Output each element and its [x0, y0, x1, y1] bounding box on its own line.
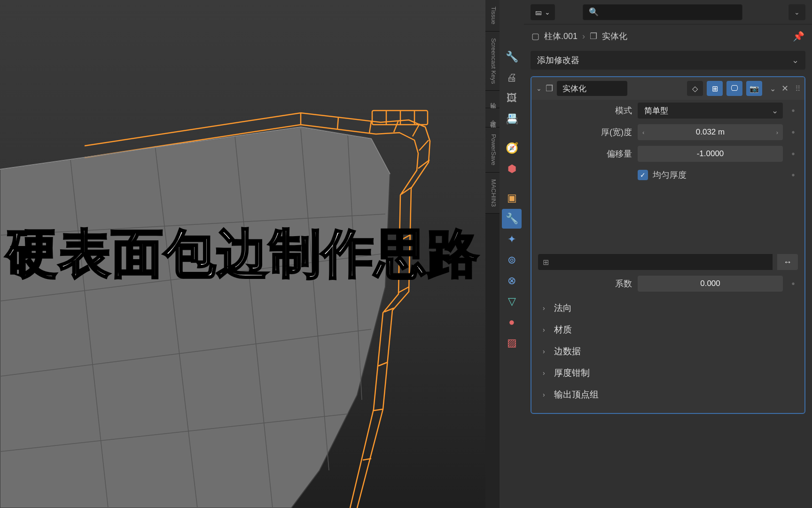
thickness-row: 厚(宽)度 ‹ 0.032 m › • [531, 121, 804, 143]
modifier-type-icon: ❐ [590, 31, 597, 41]
chevron-right-icon: › [543, 326, 549, 333]
breadcrumb-object[interactable]: 柱体.001 [544, 31, 578, 42]
animate-dot[interactable]: • [789, 149, 798, 159]
chevron-right-icon: › [543, 348, 549, 355]
subsection-materials[interactable]: ›材质 [531, 319, 804, 341]
collection-icon[interactable]: ⬢ [502, 159, 522, 179]
add-modifier-label: 添加修改器 [537, 55, 579, 66]
chevron-down-icon: ⌄ [545, 8, 550, 16]
offset-field[interactable]: -1.0000 [638, 146, 783, 162]
output-icon[interactable]: 🖨 [502, 68, 522, 87]
search-input[interactable]: 🔍 [583, 4, 742, 20]
separator [502, 180, 522, 187]
search-icon: 🔍 [589, 7, 599, 17]
chevron-right-icon: › [543, 369, 549, 377]
vertex-group-select[interactable]: ⊞ [538, 254, 773, 270]
scene-icon[interactable]: 📇 [502, 109, 522, 129]
decrement-icon[interactable]: ‹ [642, 129, 644, 136]
even-thickness-row: ✓ 均匀厚度 • [531, 165, 804, 185]
thickness-label: 厚(宽)度 [538, 127, 632, 138]
object-icon: ▢ [531, 31, 539, 41]
factor-label: 系数 [538, 278, 632, 289]
expand-toggle[interactable]: ⌄ [536, 85, 542, 92]
breadcrumb-modifier[interactable]: 实体化 [602, 31, 627, 42]
thickness-field[interactable]: ‹ 0.032 m › [638, 124, 783, 140]
invert-button[interactable]: ↔ [777, 254, 798, 270]
chevron-down-icon: ⌄ [772, 106, 778, 116]
subsection-output-vg[interactable]: ›输出顶点组 [531, 384, 804, 405]
tab-machin3[interactable]: MACHIN3 [485, 173, 500, 214]
options-dropdown[interactable]: ⌄ [789, 4, 805, 20]
properties-tab-bar: 🔧 🖨 🖼 📇 🧭 ⬢ ▣ 🔧 ✦ ⊚ ⊗ ▽ ● ▨ [500, 0, 524, 508]
show-on-cage-toggle[interactable]: ◇ [687, 81, 703, 96]
viewlayer-icon[interactable]: 🖼 [502, 88, 522, 108]
material-icon[interactable]: ● [502, 312, 522, 332]
world-icon[interactable]: 🧭 [502, 138, 522, 158]
mesh-render [0, 0, 485, 508]
modifier-header: ⌄ ❐ 实体化 ◇ ⊞ 🖵 📷 ⌄ ✕ ⠿ [531, 77, 804, 100]
data-type-dropdown[interactable]: 🖴 ⌄ [531, 4, 555, 20]
mode-label: 模式 [538, 105, 632, 116]
tab-screencast-keys[interactable]: Screencast Keys [485, 32, 500, 91]
tab-powersave[interactable]: PowerSave [485, 127, 500, 172]
physics-icon[interactable]: ⊚ [502, 250, 522, 270]
even-thickness-checkbox[interactable]: ✓ [638, 170, 648, 180]
render-icon[interactable]: 🔧 [502, 47, 522, 67]
animate-dot[interactable]: • [789, 127, 798, 138]
show-in-editmode-toggle[interactable]: ⊞ [707, 81, 723, 96]
vertex-group-row: ⊞ ↔ [531, 251, 804, 273]
even-thickness-label: 均匀厚度 [653, 169, 687, 181]
offset-row: 偏移量 -1.0000 • [531, 143, 804, 165]
constraint-icon[interactable]: ⊗ [502, 271, 522, 291]
subsection-thickness-clamp[interactable]: ›厚度钳制 [531, 362, 804, 384]
factor-field[interactable]: 0.000 [638, 276, 783, 292]
modifier-icon[interactable]: 🔧 [502, 209, 522, 229]
vertex-group-icon: ⊞ [543, 258, 549, 267]
breadcrumb-separator: › [582, 32, 585, 41]
chevron-right-icon: › [543, 391, 549, 398]
breadcrumb: ▢ 柱体.001 › ❐ 实体化 📌 [524, 24, 812, 48]
object-icon[interactable]: ▣ [502, 188, 522, 208]
panel-header: 🖴 ⌄ 🔍 ⌄ [524, 0, 812, 24]
modifier-name-field[interactable]: 实体化 [557, 81, 627, 96]
modifier-menu[interactable]: ⌄ [770, 84, 776, 93]
separator [502, 130, 522, 137]
modifier-card-solidify: ⌄ ❐ 实体化 ◇ ⊞ 🖵 📷 ⌄ ✕ ⠿ 模式 简单型 ⌄ • 厚(宽)度 ‹… [531, 76, 805, 414]
animate-dot[interactable]: • [789, 105, 798, 116]
chevron-down-icon: ⌄ [792, 55, 799, 65]
n-panel-tabs: Tissue Screencast Keys 轮廓 余弦件 PowerSave … [485, 0, 500, 508]
particle-icon[interactable]: ✦ [502, 230, 522, 249]
subsection-edge-data[interactable]: ›边数据 [531, 341, 804, 362]
chevron-right-icon: › [543, 304, 549, 312]
tab-tissue[interactable]: Tissue [485, 0, 500, 32]
pin-icon[interactable]: 📌 [793, 31, 804, 42]
modifier-subsections: ›法向 ›材质 ›边数据 ›厚度钳制 ›输出顶点组 [531, 294, 804, 408]
drag-handle[interactable]: ⠿ [795, 84, 800, 93]
add-modifier-button[interactable]: 添加修改器 ⌄ [531, 51, 805, 70]
factor-row: 系数 0.000 • [531, 273, 804, 294]
delete-modifier-button[interactable]: ✕ [781, 83, 789, 94]
properties-panel: 🖴 ⌄ 🔍 ⌄ ▢ 柱体.001 › ❐ 实体化 📌 添加修改器 ⌄ ⌄ ❐ 实… [524, 0, 812, 508]
tab-cosine[interactable]: 余弦件 [485, 108, 500, 127]
texture-icon[interactable]: ▨ [502, 333, 522, 353]
increment-icon[interactable]: › [776, 129, 778, 136]
offset-label: 偏移量 [538, 148, 632, 159]
mesh-icon[interactable]: ▽ [502, 292, 522, 311]
animate-dot[interactable]: • [789, 170, 798, 181]
viewport-3d[interactable]: 硬表面包边制作思路 [0, 0, 485, 508]
datablock-icon: 🖴 [535, 8, 542, 16]
show-in-render-toggle[interactable]: 📷 [746, 81, 762, 96]
show-in-viewport-toggle[interactable]: 🖵 [726, 81, 742, 96]
tab-outline[interactable]: 轮廓 [485, 91, 500, 108]
solidify-icon: ❐ [546, 83, 553, 94]
mode-row: 模式 简单型 ⌄ • [531, 100, 804, 121]
animate-dot[interactable]: • [789, 278, 798, 289]
subsection-normals[interactable]: ›法向 [531, 297, 804, 319]
mode-select[interactable]: 简单型 ⌄ [638, 103, 783, 119]
